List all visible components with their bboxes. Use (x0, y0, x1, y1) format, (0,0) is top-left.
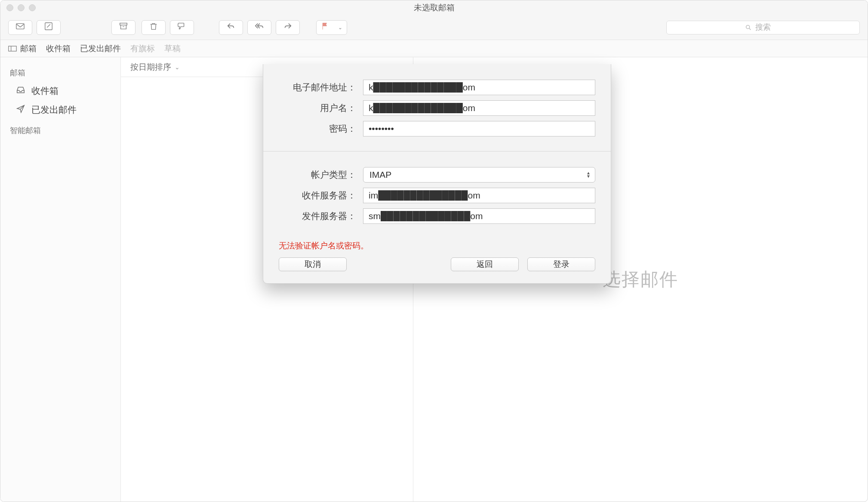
sidebar-item-sent[interactable]: 已发出邮件 (0, 100, 120, 119)
junk-button[interactable] (170, 20, 194, 35)
titlebar: 未选取邮箱 (0, 0, 868, 15)
label-incoming-server: 收件服务器： (279, 189, 356, 201)
archive-button[interactable] (111, 20, 135, 35)
archive-icon (119, 22, 128, 33)
thumbs-down-icon (177, 22, 187, 33)
get-mail-button[interactable] (8, 20, 32, 35)
favorites-bar: 邮箱 收件箱 已发出邮件 有旗标 草稿 (0, 40, 868, 57)
trash-icon (149, 22, 158, 33)
svg-rect-4 (9, 46, 16, 51)
viewer-placeholder: 选择邮件 (603, 267, 678, 291)
label-password: 密码： (279, 123, 356, 135)
label-username: 用户名： (279, 102, 356, 114)
fav-sent[interactable]: 已发出邮件 (80, 43, 121, 54)
reply-icon (226, 22, 236, 33)
sort-label: 按日期排序 (130, 62, 171, 73)
search-icon (745, 24, 752, 31)
svg-rect-2 (120, 23, 127, 25)
compose-button[interactable] (37, 20, 61, 35)
select-stepper-icon: ▲▼ (586, 171, 591, 178)
show-mailboxes-button[interactable]: 邮箱 (8, 43, 37, 54)
label-account-type: 帐户类型： (279, 169, 356, 181)
search-input[interactable] (755, 23, 781, 32)
password-field[interactable] (363, 121, 595, 136)
svg-point-3 (746, 25, 750, 28)
sidebar-sent-label: 已发出邮件 (31, 104, 77, 116)
reply-button[interactable] (219, 20, 243, 35)
label-outgoing-server: 发件服务器： (279, 210, 356, 222)
envelope-icon (15, 22, 25, 33)
back-button[interactable]: 返回 (451, 257, 519, 271)
account-login-sheet: 电子邮件地址： 用户名： 密码： 帐户类型： (263, 64, 611, 284)
email-field[interactable] (363, 80, 595, 95)
fav-drafts[interactable]: 草稿 (164, 43, 181, 54)
sidebar: 邮箱 收件箱 已发出邮件 智能邮箱 (0, 57, 121, 502)
paper-plane-icon (15, 104, 26, 116)
svg-rect-0 (16, 24, 24, 29)
inbox-icon (15, 85, 26, 97)
chevron-down-icon: ⌄ (175, 64, 180, 71)
fav-mailboxes-label: 邮箱 (20, 43, 37, 54)
flag-button[interactable]: ⌄ (316, 20, 347, 35)
account-type-value: IMAP (369, 170, 391, 180)
account-type-select[interactable]: IMAP ▲▼ (363, 167, 595, 183)
chevron-down-icon: ⌄ (338, 25, 342, 31)
sidebar-heading-mailboxes: 邮箱 (0, 62, 120, 81)
delete-button[interactable] (142, 20, 166, 35)
error-message: 无法验证帐户名或密码。 (263, 239, 611, 257)
reply-all-icon (255, 22, 264, 33)
label-email: 电子邮件地址： (279, 81, 356, 93)
sidebar-item-inbox[interactable]: 收件箱 (0, 81, 120, 100)
sidebar-inbox-label: 收件箱 (31, 85, 58, 97)
reply-all-button[interactable] (247, 20, 271, 35)
forward-icon (283, 22, 292, 33)
outgoing-server-field[interactable] (363, 208, 595, 224)
incoming-server-field[interactable] (363, 188, 595, 203)
compose-icon (44, 22, 53, 33)
fav-inbox[interactable]: 收件箱 (46, 43, 71, 54)
cancel-button[interactable]: 取消 (279, 257, 347, 271)
username-field[interactable] (363, 100, 595, 116)
sidebar-toggle-icon (8, 46, 17, 52)
toolbar: ⌄ (0, 15, 868, 40)
sidebar-heading-smart: 智能邮箱 (0, 119, 120, 139)
flag-icon (321, 22, 329, 33)
window-title: 未选取邮箱 (0, 2, 868, 13)
mail-window: 未选取邮箱 (0, 0, 868, 502)
fav-flagged[interactable]: 有旗标 (130, 43, 155, 54)
signin-button[interactable]: 登录 (527, 257, 595, 271)
search-field[interactable] (666, 21, 860, 34)
forward-button[interactable] (276, 20, 300, 35)
